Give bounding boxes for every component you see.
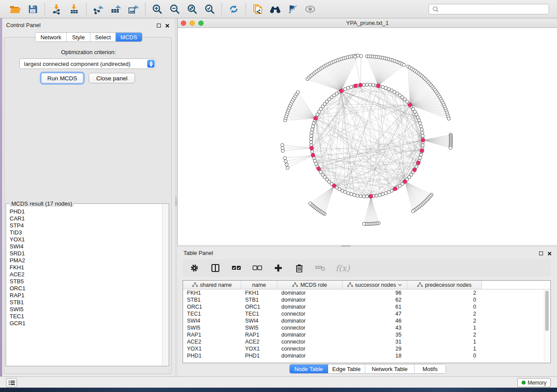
mcds-hub-node[interactable] — [317, 167, 321, 171]
network-node[interactable] — [360, 55, 363, 58]
network-node[interactable] — [384, 86, 387, 89]
tab-style[interactable]: Style — [67, 33, 90, 41]
status-menu-button[interactable] — [6, 378, 17, 387]
tab-edge-table[interactable]: Edge Table — [328, 364, 365, 373]
network-node[interactable] — [286, 166, 289, 169]
network-node[interactable] — [285, 163, 288, 166]
network-node[interactable] — [309, 138, 312, 141]
tab-motifs[interactable]: Motifs — [415, 364, 446, 373]
network-node[interactable] — [419, 125, 422, 128]
table-row[interactable]: PHD1PHD1dominator180 — [183, 352, 550, 359]
mcds-hub-node[interactable] — [420, 149, 424, 153]
network-node[interactable] — [308, 202, 311, 205]
table-row[interactable]: SWI4SWI4dominator462 — [183, 317, 550, 324]
list-item[interactable]: GCR1 — [10, 320, 162, 327]
network-node[interactable] — [449, 146, 452, 149]
network-node[interactable] — [421, 134, 424, 137]
list-item[interactable]: SWI4 — [10, 243, 162, 250]
mcds-hub-node[interactable] — [376, 84, 380, 88]
network-node[interactable] — [296, 91, 299, 94]
network-node[interactable] — [311, 128, 314, 131]
mcds-hub-node[interactable] — [413, 168, 417, 172]
close-panel-button-mcds[interactable]: Close panel — [89, 73, 135, 83]
close-panel-button[interactable] — [165, 24, 170, 28]
network-node[interactable] — [365, 83, 368, 86]
export-network-button[interactable] — [93, 3, 104, 15]
network-node[interactable] — [310, 134, 313, 137]
table-row[interactable]: YOX1YOX1connector291 — [183, 345, 550, 352]
refresh-button[interactable] — [228, 3, 239, 15]
column-header[interactable]: MCDS role — [277, 281, 343, 289]
network-node[interactable] — [447, 117, 450, 120]
run-mcds-button[interactable]: Run MCDS — [41, 73, 83, 83]
list-item[interactable]: SWI5 — [10, 306, 162, 313]
list-item[interactable]: YOX1 — [10, 236, 162, 243]
import-network-button[interactable] — [51, 3, 62, 15]
network-node[interactable] — [384, 192, 387, 195]
mcds-hub-node[interactable] — [310, 146, 314, 150]
network-node[interactable] — [381, 193, 384, 196]
mcds-hub-node[interactable] — [314, 117, 318, 120]
network-node[interactable] — [419, 153, 422, 156]
network-node[interactable] — [353, 55, 356, 58]
network-node[interactable] — [369, 83, 372, 86]
mcds-hub-node[interactable] — [359, 83, 363, 87]
table-settings-button[interactable] — [189, 262, 200, 274]
mcds-hub-node[interactable] — [354, 84, 358, 88]
search-input[interactable] — [439, 5, 549, 14]
mcds-hub-node[interactable] — [393, 187, 397, 191]
table-scrollbar-thumb[interactable] — [545, 291, 549, 331]
show-columns-button[interactable] — [210, 262, 221, 274]
network-node[interactable] — [381, 85, 384, 88]
tab-node-table[interactable]: Node Table — [290, 364, 328, 373]
mcds-hub-node[interactable] — [416, 161, 420, 165]
network-node[interactable] — [281, 143, 284, 146]
network-node[interactable] — [362, 83, 365, 86]
mcds-hub-node[interactable] — [408, 103, 412, 107]
network-node[interactable] — [313, 159, 316, 162]
export-image-button[interactable] — [128, 3, 139, 15]
network-node[interactable] — [359, 194, 362, 197]
list-item[interactable]: PMA2 — [10, 257, 162, 264]
select-all-button[interactable] — [231, 262, 242, 274]
network-node[interactable] — [356, 194, 359, 197]
list-item[interactable]: CAR1 — [10, 215, 162, 222]
mcds-hub-node[interactable] — [332, 184, 336, 188]
network-node[interactable] — [346, 192, 349, 195]
deselect-all-button[interactable] — [252, 262, 263, 274]
list-item[interactable]: TID3 — [10, 229, 162, 236]
network-node[interactable] — [311, 125, 315, 128]
open-file-button[interactable] — [10, 3, 21, 15]
show-hidden-button[interactable] — [304, 3, 316, 15]
export-table-button[interactable] — [110, 3, 121, 15]
tab-select[interactable]: Select — [90, 33, 116, 41]
network-node[interactable] — [421, 131, 424, 134]
tab-network-table[interactable]: Network Table — [365, 364, 415, 373]
table-row[interactable]: TEC1TEC1connector472 — [183, 310, 550, 317]
zoom-out-button[interactable] — [169, 3, 180, 15]
column-header[interactable]: name — [241, 281, 277, 289]
column-header[interactable]: predecessor nodes — [407, 281, 482, 289]
mcds-hub-node[interactable] — [311, 153, 315, 157]
network-node[interactable] — [418, 119, 421, 122]
zoom-selected-button[interactable] — [204, 3, 215, 15]
table-row[interactable]: FKH1FKH1dominator962 — [183, 289, 550, 296]
mcds-list-scrollbar[interactable] — [162, 204, 168, 365]
import-table-button[interactable] — [69, 3, 80, 15]
mcds-hub-node[interactable] — [421, 138, 425, 142]
save-session-button[interactable] — [27, 3, 38, 15]
table-scrollbar[interactable] — [544, 290, 550, 362]
add-column-button[interactable] — [273, 262, 284, 274]
mcds-hub-node[interactable] — [403, 180, 407, 184]
network-node[interactable] — [375, 194, 378, 197]
network-canvas[interactable] — [178, 28, 557, 245]
network-node[interactable] — [365, 195, 368, 198]
close-panel-button[interactable] — [547, 251, 552, 256]
table-row[interactable]: ACE2ACE2connector311 — [183, 338, 550, 345]
network-node[interactable] — [284, 160, 287, 163]
network-node[interactable] — [419, 156, 422, 159]
network-node[interactable] — [363, 222, 366, 225]
hide-selected-button[interactable] — [287, 3, 298, 15]
network-node[interactable] — [309, 141, 312, 144]
list-item[interactable]: PHD1 — [10, 208, 162, 215]
